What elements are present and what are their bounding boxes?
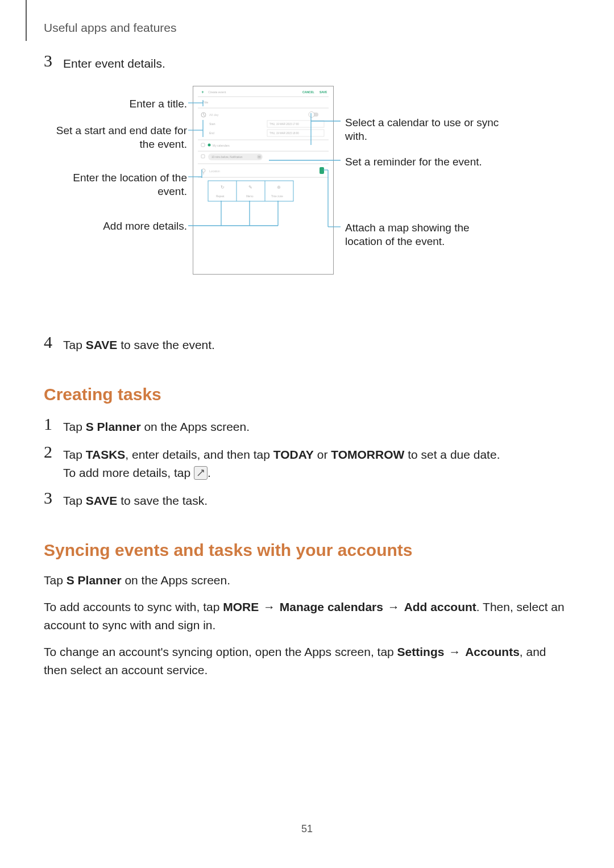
arrow-icon: → (444, 645, 465, 658)
svg-text:⊕: ⊕ (277, 185, 281, 190)
margin-bar (26, 0, 27, 41)
callout-location: Enter the location of the event. (44, 171, 187, 199)
svg-text:Time zone: Time zone (271, 195, 283, 198)
svg-text:Start: Start (209, 122, 215, 126)
tasks-step-1-number: 1 (44, 416, 63, 433)
svg-text:Repeat: Repeat (216, 195, 225, 198)
arrow-icon: → (383, 600, 404, 613)
page-number: 51 (0, 823, 614, 835)
svg-point-12 (309, 111, 314, 117)
t2e: or (314, 448, 331, 461)
callout-dates: Set a start and end date for the event. (44, 124, 187, 152)
t2f: TOMORROW (331, 448, 404, 461)
tasks-step-2: 2 Tap TASKS, enter details, and then tap… (44, 443, 572, 483)
t2a: Tap (63, 448, 86, 461)
svg-point-30 (202, 169, 205, 172)
breadcrumb: Useful apps and features (44, 21, 176, 35)
svg-rect-33 (320, 167, 324, 174)
sync-para-1: Tap S Planner on the Apps screen. (44, 571, 572, 590)
svg-text:SAVE: SAVE (320, 90, 327, 94)
main-content: 3 Enter event details. Enter a title. Se… (44, 52, 572, 688)
step-3: 3 Enter event details. (44, 52, 572, 73)
sp2c: Manage calendars (280, 600, 383, 613)
step-3-text: Enter event details. (63, 52, 165, 73)
svg-text:My calendars: My calendars (213, 144, 230, 147)
svg-text:＋: ＋ (201, 90, 205, 94)
step-3-number: 3 (44, 52, 63, 69)
sp1b: S Planner (67, 574, 122, 587)
step-4-pre: Tap (63, 338, 86, 351)
t2g: to set a due date. (404, 448, 500, 461)
t3-post: to save the task. (117, 494, 208, 507)
t1-post: on the Apps screen. (141, 420, 250, 433)
svg-text:Location: Location (209, 169, 220, 173)
svg-text:THU, 19 MAR 2015   17:00: THU, 19 MAR 2015 17:00 (269, 123, 299, 126)
callout-reminder: Set a reminder for the event. (345, 155, 510, 169)
svg-text:All day: All day (209, 113, 219, 117)
tasks-step-1: 1 Tap S Planner on the Apps screen. (44, 416, 572, 437)
heading-creating-tasks: Creating tasks (44, 385, 572, 404)
phone-screenshot: ＋ Create event CANCEL SAVE Title All day… (193, 86, 334, 275)
t2h: To add more details, tap (63, 466, 194, 479)
sp3b: Settings (397, 645, 445, 658)
callout-calendar: Select a calendar to use or sync with. (345, 116, 510, 144)
callout-add-more: Add more details. (44, 219, 187, 234)
step-4-post: to save the event. (117, 338, 215, 351)
t2c: , enter details, and then tap (125, 448, 273, 461)
svg-rect-24 (201, 155, 205, 158)
svg-line-9 (204, 115, 205, 116)
svg-text:Title: Title (202, 101, 208, 104)
svg-text:✎: ✎ (248, 185, 252, 190)
sync-para-2: To add accounts to sync with, tap MORE →… (44, 598, 572, 635)
sp2b: MORE (223, 600, 259, 613)
sp1a: Tap (44, 574, 67, 587)
phone-ui-svg: ＋ Create event CANCEL SAVE Title All day… (193, 86, 333, 274)
svg-text:Create event: Create event (208, 90, 226, 94)
svg-text:Memo: Memo (246, 195, 254, 198)
svg-rect-35 (208, 181, 293, 201)
t1-pre: Tap (63, 420, 86, 433)
sp2d: Add account (404, 600, 476, 613)
tasks-step-3-text: Tap SAVE to save the task. (63, 489, 208, 510)
sp2a: To add accounts to sync with, tap (44, 600, 223, 613)
tasks-step-3-number: 3 (44, 489, 63, 506)
svg-text:10 mins before, Notification: 10 mins before, Notification (211, 156, 243, 159)
sp1c: on the Apps screen. (122, 574, 230, 587)
tasks-step-1-text: Tap S Planner on the Apps screen. (63, 416, 250, 437)
svg-text:CANCEL: CANCEL (302, 90, 314, 94)
step-4: 4 Tap SAVE to save the event. (44, 334, 572, 355)
t1-bold: S Planner (86, 420, 141, 433)
svg-rect-20 (201, 143, 205, 147)
t2d: TODAY (273, 448, 314, 461)
arrow-icon: → (259, 600, 280, 613)
callout-title: Enter a title. (44, 97, 187, 111)
tasks-step-3: 3 Tap SAVE to save the task. (44, 489, 572, 510)
step-4-number: 4 (44, 334, 63, 351)
t2b: TASKS (86, 448, 126, 461)
sp3a: To change an account's syncing option, o… (44, 645, 397, 658)
t3-bold: SAVE (86, 494, 118, 507)
svg-text:↻: ↻ (221, 185, 225, 190)
callout-map: Attach a map showing the location of the… (345, 221, 493, 249)
sync-para-3: To change an account's syncing option, o… (44, 643, 572, 680)
heading-syncing: Syncing events and tasks with your accou… (44, 541, 572, 560)
step-4-save: SAVE (86, 338, 118, 351)
step-4-text: Tap SAVE to save the event. (63, 334, 215, 355)
svg-text:End: End (209, 131, 214, 135)
svg-point-21 (208, 143, 211, 146)
tasks-step-2-text: Tap TASKS, enter details, and then tap T… (63, 443, 500, 483)
sp3c: Accounts (465, 645, 520, 658)
event-diagram: Enter a title. Set a start and end date … (44, 86, 572, 325)
tasks-step-2-number: 2 (44, 443, 63, 460)
svg-text:THU, 19 MAR 2015   18:00: THU, 19 MAR 2015 18:00 (269, 132, 299, 135)
expand-icon (194, 466, 208, 480)
t2i: . (208, 466, 211, 479)
t3-pre: Tap (63, 494, 86, 507)
